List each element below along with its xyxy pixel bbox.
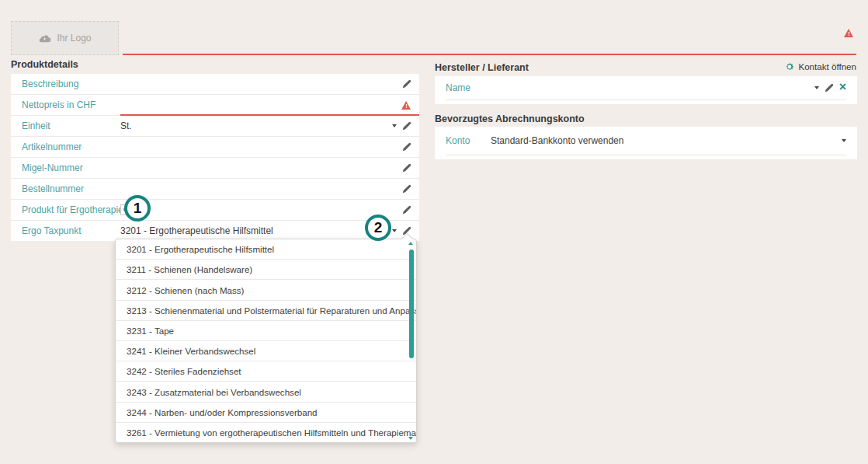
product-field-row: Artikelnummer xyxy=(11,137,419,158)
manufacturer-card: Name × xyxy=(435,76,857,104)
product-field-row: Nettopreis in CHF! xyxy=(11,95,419,116)
field-label: Artikelnummer xyxy=(22,141,120,152)
header-error-underline xyxy=(123,54,856,55)
product-field-row: Migel-Nummer xyxy=(11,158,419,179)
field-label: Nettopreis in CHF xyxy=(22,99,120,110)
product-field-row: EinheitSt. xyxy=(11,116,419,137)
scroll-up-icon[interactable] xyxy=(408,242,413,245)
field-label: Migel-Nummer xyxy=(22,162,120,173)
logo-upload-placeholder[interactable]: Ihr Logo xyxy=(11,21,119,55)
billing-account-title: Bevorzugtes Abrechnungskonto xyxy=(435,113,585,124)
dropdown-item[interactable]: 3243 - Zusatzmaterial bei Verbandswechse… xyxy=(116,382,416,402)
pencil-icon[interactable] xyxy=(402,184,411,194)
x-icon[interactable]: × xyxy=(839,81,846,93)
open-contact-link[interactable]: Kontakt öffnen xyxy=(785,61,856,72)
open-contact-label: Kontakt öffnen xyxy=(798,61,856,72)
konto-field-label: Konto xyxy=(446,135,491,146)
annotation-circle-2: 2 xyxy=(365,215,391,241)
product-field-row: Beschreibung xyxy=(11,74,419,95)
caret-down-icon[interactable] xyxy=(392,124,397,127)
product-details-card: BeschreibungNettopreis in CHF!EinheitSt.… xyxy=(11,74,419,241)
pencil-icon[interactable] xyxy=(402,205,411,215)
field-value: 3201 - Ergotherapeutische Hilfsmittel xyxy=(120,225,386,236)
field-label: Bestellnummer xyxy=(22,183,120,194)
dropdown-item[interactable]: 3244 - Narben- und/oder Kompressionsverb… xyxy=(116,403,416,423)
field-icons xyxy=(402,79,411,89)
pencil-icon[interactable] xyxy=(402,121,411,131)
field-icons xyxy=(392,121,411,131)
field-icons xyxy=(402,205,411,215)
gear-icon xyxy=(785,62,794,72)
scrollbar-thumb[interactable] xyxy=(409,249,414,358)
field-label: Einheit xyxy=(22,120,120,131)
caret-down-icon[interactable] xyxy=(814,86,819,89)
pencil-icon[interactable] xyxy=(402,79,411,89)
product-field-row: Produkt für Ergotherapie✔ xyxy=(11,200,419,221)
field-label: Produkt für Ergotherapie xyxy=(22,204,120,215)
field-value: ✔ xyxy=(120,204,396,215)
konto-field-value: Standard-Bankkonto verwenden xyxy=(491,135,842,146)
field-value: St. xyxy=(120,120,386,131)
field-icons xyxy=(402,142,411,152)
annotation-circle-1: 1 xyxy=(124,195,151,222)
taxpunkt-dropdown: 3201 - Ergotherapeutische Hilfsmittel321… xyxy=(115,239,417,443)
field-icons xyxy=(402,184,411,194)
dropdown-item[interactable]: 3201 - Ergotherapeutische Hilfsmittel xyxy=(116,239,416,260)
field-label: Ergo Taxpunkt xyxy=(22,225,120,236)
caret-down-icon[interactable] xyxy=(392,229,397,232)
warning-triangle-icon: ! xyxy=(401,101,411,110)
field-icons: ! xyxy=(401,101,411,110)
product-details-title: Produktdetails xyxy=(11,59,78,70)
field-label: Beschreibung xyxy=(22,78,120,89)
pencil-icon[interactable] xyxy=(402,142,411,152)
name-field-label: Name xyxy=(446,82,470,93)
dropdown-item[interactable]: 3212 - Schienen (nach Mass) xyxy=(116,280,416,300)
product-field-row: Bestellnummer xyxy=(11,179,419,200)
dropdown-item[interactable]: 3231 - Tape xyxy=(116,321,416,341)
warning-triangle-icon: ! xyxy=(844,29,854,37)
billing-account-card: Konto Standard-Bankkonto verwenden xyxy=(435,127,857,159)
dropdown-item[interactable]: 3211 - Schienen (Handelsware) xyxy=(116,260,416,280)
scroll-down-icon[interactable] xyxy=(408,437,413,440)
logo-label: Ihr Logo xyxy=(57,33,91,44)
dropdown-item[interactable]: 3213 - Schienenmaterial und Polstermater… xyxy=(116,301,416,321)
dropdown-item[interactable]: 3261 - Vermietung von ergotherapeutische… xyxy=(116,423,416,442)
cloud-icon xyxy=(38,33,51,43)
pencil-icon[interactable] xyxy=(825,83,834,92)
dropdown-item[interactable]: 3242 - Steriles Fadenziehset xyxy=(116,361,416,382)
caret-down-icon[interactable] xyxy=(842,139,846,142)
dropdown-scrollbar[interactable] xyxy=(408,242,415,440)
dropdown-item[interactable]: 3241 - Kleiner Verbandswechsel xyxy=(116,341,416,361)
manufacturer-title: Hersteller / Lieferant xyxy=(435,62,529,73)
field-icons xyxy=(402,163,411,173)
pencil-icon[interactable] xyxy=(402,163,411,173)
